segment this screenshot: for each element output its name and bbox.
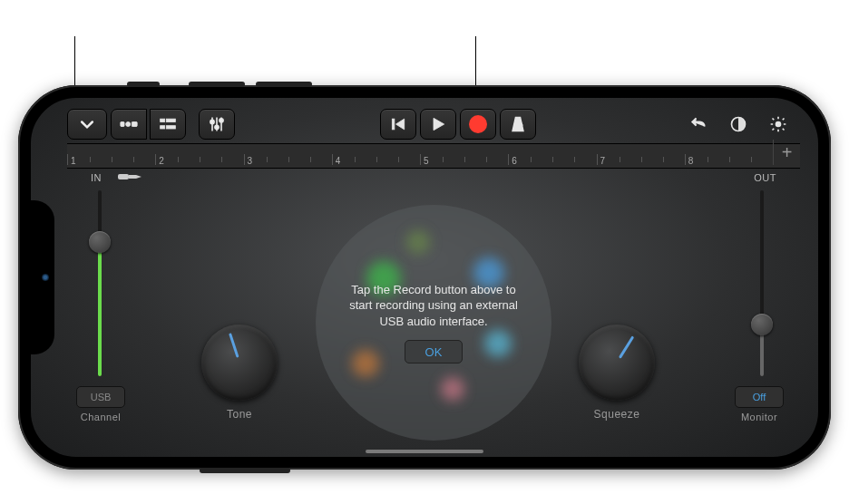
bar-label: 4 [336,156,341,166]
channel-button[interactable]: USB [76,386,125,408]
svg-point-8 [210,120,214,123]
svg-rect-6 [166,126,175,129]
svg-rect-4 [166,119,175,121]
hint-ok-button[interactable]: OK [405,340,463,363]
tone-label: Tone [201,408,278,421]
squeeze-knob[interactable] [579,325,655,401]
bar-label: 6 [512,156,517,166]
svg-rect-5 [161,126,165,129]
track-view-icon [120,115,138,133]
home-indicator[interactable] [366,450,483,453]
record-icon [469,115,487,133]
sliders-button[interactable] [199,109,235,140]
out-level-slider[interactable] [751,190,773,376]
half-circle-icon [729,115,747,133]
screen: 1 2 3 4 5 6 7 8 + IN USB Channel To [31,98,818,457]
toolbar [67,105,800,143]
skip-back-icon [389,115,407,133]
in-label: IN [91,172,102,183]
chevron-down-icon [78,115,96,133]
side-button [200,468,290,473]
tone-knob[interactable] [201,325,278,401]
sliders-icon [208,115,226,133]
in-level-slider[interactable] [89,190,111,376]
channel-label: Channel [76,412,125,422]
device-frame: 1 2 3 4 5 6 7 8 + IN USB Channel To [18,85,831,470]
jack-plug-icon [118,169,143,189]
svg-rect-13 [392,119,395,130]
hint-text: Tap the Record button above to start rec… [343,282,524,330]
metronome-icon [509,115,527,133]
bar-label: 1 [71,156,76,166]
svg-point-12 [220,119,223,122]
auto-button[interactable] [720,109,756,140]
side-button [189,82,245,87]
out-label: OUT [754,172,776,183]
monitor-label: Monitor [735,412,784,422]
bar-label: 2 [159,156,164,166]
settings-button[interactable] [760,109,796,140]
side-button [256,82,312,87]
tracks-list-icon [159,115,177,133]
metronome-button[interactable] [500,109,536,140]
svg-point-16 [776,122,781,127]
bar-label: 5 [424,156,429,166]
gear-icon [769,115,787,133]
squeeze-label: Squeeze [579,408,655,421]
bar-label: 7 [600,156,606,166]
svg-rect-17 [118,174,129,179]
svg-marker-19 [136,175,142,179]
add-section-button[interactable]: + [773,140,800,165]
svg-rect-18 [129,175,136,179]
timeline-ruler[interactable]: 1 2 3 4 5 6 7 8 + [67,143,800,169]
svg-rect-2 [132,122,137,127]
monitor-button[interactable]: Off [735,386,784,408]
bar-label: 3 [248,156,253,166]
track-view-button[interactable] [111,109,147,140]
svg-point-10 [215,125,219,129]
svg-point-1 [126,122,131,127]
hint-bubble: Tap the Record button above to start rec… [316,205,551,441]
main-panel: IN USB Channel Tone Tap the Record [67,169,800,446]
rewind-button[interactable] [380,109,416,140]
record-button[interactable] [460,109,496,140]
svg-rect-0 [121,122,124,127]
svg-rect-3 [161,119,165,121]
play-button[interactable] [420,109,456,140]
play-icon [429,115,447,133]
undo-button[interactable] [680,109,717,140]
bar-label: 8 [688,156,694,166]
tracks-list-button[interactable] [150,109,186,140]
undo-icon [689,115,708,133]
side-button [127,82,160,87]
browser-button[interactable] [67,109,107,140]
notch [31,200,54,354]
